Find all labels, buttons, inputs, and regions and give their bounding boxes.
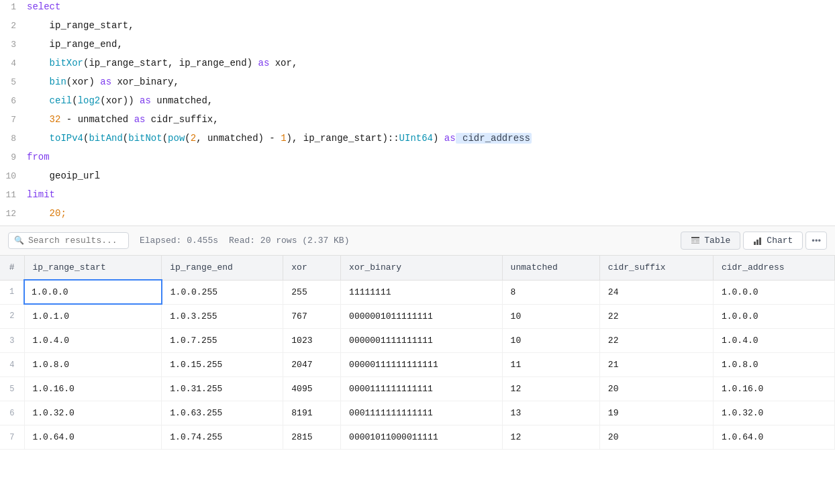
line-content: geoip_url — [27, 170, 835, 181]
table-cell[interactable]: 1.0.15.255 — [162, 353, 283, 377]
table-cell[interactable]: 4095 — [283, 377, 341, 401]
table-cell[interactable]: 19 — [599, 401, 713, 425]
table-cell[interactable]: 1023 — [283, 329, 341, 353]
results-table: #ip_range_startip_range_endxorxor_binary… — [0, 256, 835, 450]
table-cell[interactable]: 255 — [283, 280, 341, 304]
table-cell[interactable]: 0000111111111111 — [341, 377, 503, 401]
table-cell[interactable]: 1.0.32.0 — [24, 401, 162, 425]
col-header-ip-range-start[interactable]: ip_range_start — [24, 256, 162, 280]
table-cell[interactable]: 20 — [599, 377, 713, 401]
table-row[interactable]: 71.0.64.01.0.74.255281500001011000011111… — [0, 425, 835, 450]
svg-rect-0 — [691, 237, 699, 238]
search-input[interactable] — [28, 236, 115, 246]
table-cell[interactable]: 2815 — [283, 425, 341, 450]
svg-rect-8 — [756, 240, 758, 245]
col-header-xor[interactable]: xor — [283, 256, 341, 280]
table-cell[interactable]: 0001111111111111 — [341, 401, 503, 425]
table-cell[interactable]: 22 — [599, 329, 713, 353]
table-row[interactable]: 41.0.8.01.0.15.2552047000001111111111111… — [0, 353, 835, 377]
results-table-container: #ip_range_startip_range_endxorxor_binary… — [0, 256, 835, 450]
code-line-3: 3 ip_range_end, — [0, 38, 835, 56]
table-cell[interactable]: 1.0.16.0 — [24, 377, 162, 401]
line-content: ceil(log2(xor)) as unmatched, — [27, 95, 835, 106]
table-cell[interactable]: 8 — [502, 280, 599, 304]
table-row[interactable]: 51.0.16.01.0.31.255409500001111111111111… — [0, 377, 835, 401]
table-cell[interactable]: 0000001011111111 — [341, 304, 503, 329]
table-cell[interactable]: 1.0.7.255 — [162, 329, 283, 353]
table-cell[interactable]: 1.0.74.255 — [162, 425, 283, 450]
table-cell[interactable]: 1.0.0.0 — [24, 280, 162, 304]
table-cell[interactable]: 6 — [0, 401, 24, 425]
col-header--[interactable]: # — [0, 256, 24, 280]
table-cell[interactable]: 2047 — [283, 353, 341, 377]
table-cell[interactable]: 1.0.8.0 — [713, 353, 834, 377]
table-cell[interactable]: 1.0.1.0 — [24, 304, 162, 329]
svg-rect-3 — [695, 240, 699, 241]
read-label: Read: 20 rows (2.37 KB) — [229, 236, 349, 246]
code-editor[interactable]: 1select2 ip_range_start,3 ip_range_end,4… — [0, 0, 835, 226]
table-cell[interactable]: 21 — [599, 353, 713, 377]
line-content: 32 - unmatched as cidr_suffix, — [27, 114, 835, 125]
table-cell[interactable]: 00000111111111111 — [341, 353, 503, 377]
search-box[interactable]: 🔍 — [8, 232, 129, 249]
table-cell[interactable]: 767 — [283, 304, 341, 329]
table-cell[interactable]: 1.0.8.0 — [24, 353, 162, 377]
table-cell[interactable]: 3 — [0, 329, 24, 353]
table-cell[interactable]: 1.0.4.0 — [713, 329, 834, 353]
table-cell[interactable]: 20 — [599, 425, 713, 450]
table-cell[interactable]: 1.0.4.0 — [24, 329, 162, 353]
table-cell[interactable]: 11111111 — [341, 280, 503, 304]
table-cell[interactable]: 1.0.0.0 — [713, 280, 834, 304]
table-cell[interactable]: 8191 — [283, 401, 341, 425]
line-content: 20; — [27, 208, 835, 219]
table-cell[interactable]: 1.0.0.255 — [162, 280, 283, 304]
table-cell[interactable]: 12 — [502, 377, 599, 401]
table-cell[interactable]: 10 — [502, 304, 599, 329]
svg-rect-5 — [695, 242, 699, 242]
table-cell[interactable]: 1.0.16.0 — [713, 377, 834, 401]
svg-rect-2 — [691, 240, 695, 241]
table-cell[interactable]: 1.0.3.255 — [162, 304, 283, 329]
table-cell[interactable]: 22 — [599, 304, 713, 329]
table-cell[interactable]: 1 — [0, 280, 24, 304]
line-number: 11 — [0, 190, 27, 200]
col-header-cidr-address[interactable]: cidr_address — [713, 256, 834, 280]
table-cell[interactable]: 10 — [502, 329, 599, 353]
table-cell[interactable]: 1.0.32.0 — [713, 401, 834, 425]
col-header-unmatched[interactable]: unmatched — [502, 256, 599, 280]
table-row[interactable]: 21.0.1.01.0.3.25576700000010111111111022… — [0, 304, 835, 329]
col-header-ip-range-end[interactable]: ip_range_end — [162, 256, 283, 280]
more-button[interactable]: ••• — [805, 232, 827, 250]
table-cell[interactable]: 00001011000011111 — [341, 425, 503, 450]
table-cell[interactable]: 1.0.64.0 — [24, 425, 162, 450]
table-cell[interactable]: 1.0.0.0 — [713, 304, 834, 329]
table-cell[interactable]: 2 — [0, 304, 24, 329]
svg-rect-7 — [754, 242, 756, 245]
code-line-6: 6 ceil(log2(xor)) as unmatched, — [0, 94, 835, 113]
table-cell[interactable]: 12 — [502, 425, 599, 450]
table-cell[interactable]: 0000001111111111 — [341, 329, 503, 353]
results-toolbar: 🔍 Elapsed: 0.455s Read: 20 rows (2.37 KB… — [0, 226, 835, 256]
line-content: limit — [27, 189, 835, 200]
code-line-1: 1select — [0, 0, 835, 19]
table-cell[interactable]: 13 — [502, 401, 599, 425]
code-line-11: 11limit — [0, 188, 835, 207]
table-cell[interactable]: 5 — [0, 377, 24, 401]
table-cell[interactable]: 24 — [599, 280, 713, 304]
table-cell[interactable]: 1.0.64.0 — [713, 425, 834, 450]
col-header-xor-binary[interactable]: xor_binary — [341, 256, 503, 280]
table-button[interactable]: Table — [681, 232, 740, 250]
line-number: 4 — [0, 58, 27, 68]
more-icon: ••• — [812, 236, 821, 246]
table-row[interactable]: 61.0.32.01.0.63.255819100011111111111111… — [0, 401, 835, 425]
table-row[interactable]: 31.0.4.01.0.7.25510230000001111111111102… — [0, 329, 835, 353]
table-cell[interactable]: 7 — [0, 425, 24, 450]
table-cell[interactable]: 11 — [502, 353, 599, 377]
chart-button[interactable]: Chart — [743, 232, 803, 250]
table-cell[interactable]: 1.0.63.255 — [162, 401, 283, 425]
table-row[interactable]: 11.0.0.01.0.0.255255111111118241.0.0.0 — [0, 280, 835, 304]
table-cell[interactable]: 4 — [0, 353, 24, 377]
line-content: bin(xor) as xor_binary, — [27, 77, 835, 87]
col-header-cidr-suffix[interactable]: cidr_suffix — [599, 256, 713, 280]
table-cell[interactable]: 1.0.31.255 — [162, 377, 283, 401]
